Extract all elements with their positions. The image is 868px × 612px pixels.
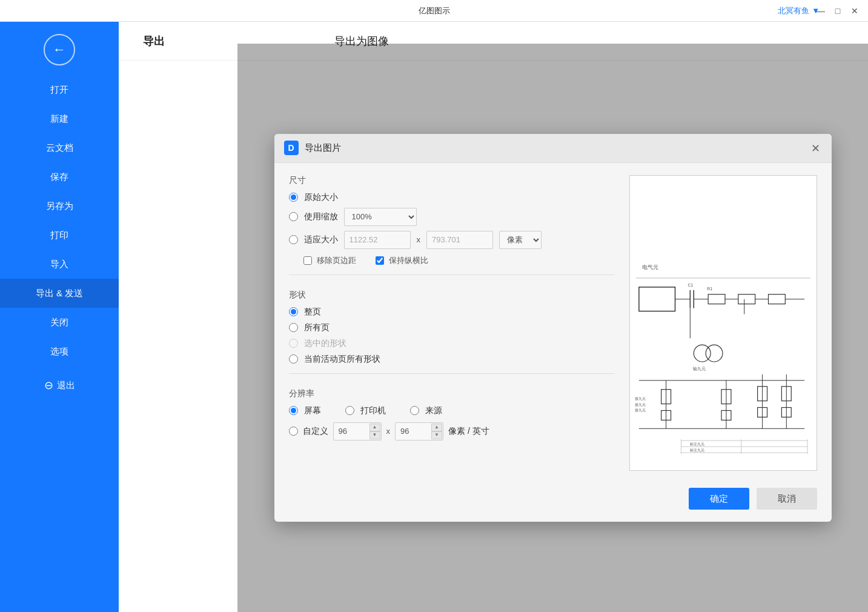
svg-text:C1: C1 — [687, 282, 693, 287]
fit-width-input[interactable] — [344, 231, 411, 249]
sidebar-item-label: 导入 — [50, 259, 68, 270]
radio-all-pages-label: 所有页 — [304, 322, 330, 333]
sidebar-item-label: 打开 — [50, 84, 68, 96]
stepper-y-up[interactable]: ▲ — [431, 424, 442, 431]
radio-printer[interactable] — [345, 406, 354, 415]
preview-svg: 电气元 C1 — [630, 176, 817, 471]
radio-current-active-label: 当前活动页所有形状 — [304, 354, 380, 365]
username: 北冥有鱼 — [778, 5, 809, 16]
custom-y-stepper: ▲ ▼ — [395, 422, 443, 441]
radio-fit[interactable] — [289, 235, 298, 244]
radio-custom-label: 自定义 — [303, 426, 328, 437]
svg-text:标注九元: 标注九元 — [689, 442, 704, 446]
size-section-label: 尺寸 — [289, 175, 615, 186]
radio-all-pages[interactable] — [289, 323, 298, 332]
radio-whole-page[interactable] — [289, 307, 298, 316]
stepper-y-down[interactable]: ▼ — [431, 431, 442, 439]
dialog-footer: 确定 取消 — [274, 481, 832, 522]
radio-zoom[interactable] — [289, 212, 298, 221]
radio-screen[interactable] — [289, 406, 298, 415]
remove-margin-checkbox[interactable] — [303, 256, 312, 265]
size-radio-group: 原始大小 使用缩放 100% — [289, 192, 615, 249]
main-layout: ← 打开 新建 云文档 保存 另存为 打印 导入 — [0, 22, 868, 612]
radio-source-label: 来源 — [425, 405, 442, 416]
close-button[interactable]: ✕ — [849, 5, 861, 17]
dialog-header: D 导出图片 ✕ — [274, 134, 832, 163]
cancel-button[interactable]: 取消 — [757, 488, 817, 510]
sidebar-item-label: 关闭 — [50, 317, 68, 328]
radio-selected[interactable] — [289, 339, 298, 348]
radio-zoom-label: 使用缩放 — [304, 211, 338, 222]
sidebar-item-label: 导出 & 发送 — [36, 288, 83, 299]
back-button[interactable]: ← — [44, 34, 75, 65]
user-menu[interactable]: 北冥有鱼 ▼ — [778, 5, 820, 16]
radio-original-label: 原始大小 — [304, 192, 338, 203]
sidebar-item-saveas[interactable]: 另存为 — [0, 191, 119, 221]
back-icon: ← — [53, 42, 66, 58]
radio-original-row: 原始大小 — [289, 192, 615, 203]
exit-icon: ⊖ — [44, 379, 53, 392]
sidebar-item-label: 新建 — [50, 113, 68, 125]
keep-ratio-checkbox[interactable] — [376, 256, 384, 265]
keep-ratio-label: 保持纵横比 — [389, 255, 428, 266]
content-title: 导出 — [143, 34, 165, 48]
confirm-button[interactable]: 确定 — [689, 488, 749, 510]
minimize-button[interactable]: — — [815, 5, 827, 17]
divider-1 — [289, 274, 615, 275]
resolution-x-label: x — [386, 427, 391, 436]
radio-source[interactable] — [410, 406, 419, 415]
content-area: 导出 导出为图像 D 导出图片 ✕ — [119, 22, 868, 612]
modal-overlay: D 导出图片 ✕ 尺寸 原始大小 — [237, 44, 868, 612]
sidebar-item-print[interactable]: 打印 — [0, 221, 119, 250]
sidebar: ← 打开 新建 云文档 保存 另存为 打印 导入 — [0, 22, 119, 612]
stepper-x-up[interactable]: ▲ — [369, 424, 380, 431]
radio-fit-row: 适应大小 x 像素 — [289, 231, 615, 249]
sidebar-item-new[interactable]: 新建 — [0, 104, 119, 133]
resolution-unit-label: 像素 / 英寸 — [448, 426, 489, 437]
svg-text:R1: R1 — [707, 286, 712, 290]
sidebar-item-exit[interactable]: ⊖ 退出 — [0, 371, 119, 400]
zoom-select[interactable]: 100% — [344, 208, 417, 226]
sidebar-item-label: 云文档 — [46, 142, 73, 154]
sidebar-item-open[interactable]: 打开 — [0, 75, 119, 104]
radio-whole-page-label: 整页 — [304, 307, 321, 318]
dialog-title: 导出图片 — [305, 142, 341, 154]
svg-text:接九元: 接九元 — [634, 396, 645, 400]
custom-resolution-row: 自定义 ▲ ▼ x — [289, 422, 615, 441]
unit-select[interactable]: 像素 — [499, 231, 542, 249]
radio-screen-label: 屏幕 — [304, 405, 321, 416]
radio-printer-label: 打印机 — [360, 405, 386, 416]
svg-text:输九元: 输九元 — [693, 366, 706, 370]
radio-custom[interactable] — [289, 427, 298, 436]
radio-selected-label: 选中的形状 — [304, 338, 346, 349]
sidebar-item-export[interactable]: 导出 & 发送 — [0, 279, 119, 308]
dialog-left-panel: 尺寸 原始大小 使用缩放 — [289, 175, 615, 471]
maximize-button[interactable]: □ — [832, 5, 844, 17]
dialog-close-button[interactable]: ✕ — [809, 141, 823, 156]
sidebar-item-label: 打印 — [50, 230, 68, 241]
sidebar-item-label: 选项 — [50, 346, 68, 358]
window-controls: — □ ✕ — [815, 5, 861, 17]
radio-original[interactable] — [289, 193, 298, 202]
sidebar-item-cloud[interactable]: 云文档 — [0, 133, 119, 162]
svg-text:电气元: 电气元 — [641, 264, 658, 270]
sidebar-menu: 打开 新建 云文档 保存 另存为 打印 导入 导出 & 发送 — [0, 75, 119, 400]
shape-section-label: 形状 — [289, 290, 615, 301]
sidebar-item-options[interactable]: 选项 — [0, 337, 119, 366]
preview-panel: 电气元 C1 — [629, 175, 817, 471]
radio-current-active[interactable] — [289, 354, 298, 364]
stepper-x-down[interactable]: ▼ — [369, 431, 380, 439]
fit-height-input[interactable] — [426, 231, 493, 249]
dialog-icon-text: D — [288, 143, 294, 153]
sidebar-item-save[interactable]: 保存 — [0, 162, 119, 191]
sidebar-item-label: 另存为 — [46, 201, 73, 212]
resolution-radio-row: 屏幕 打印机 来源 — [289, 405, 615, 416]
export-dialog: D 导出图片 ✕ 尺寸 原始大小 — [274, 134, 832, 522]
resolution-section-label: 分辨率 — [289, 388, 615, 399]
dialog-body: 尺寸 原始大小 使用缩放 — [274, 163, 832, 481]
custom-x-stepper: ▲ ▼ — [333, 422, 382, 441]
sidebar-item-import[interactable]: 导入 — [0, 250, 119, 279]
radio-selected-row: 选中的形状 — [289, 338, 615, 349]
sidebar-item-close[interactable]: 关闭 — [0, 308, 119, 337]
svg-rect-0 — [630, 176, 817, 471]
